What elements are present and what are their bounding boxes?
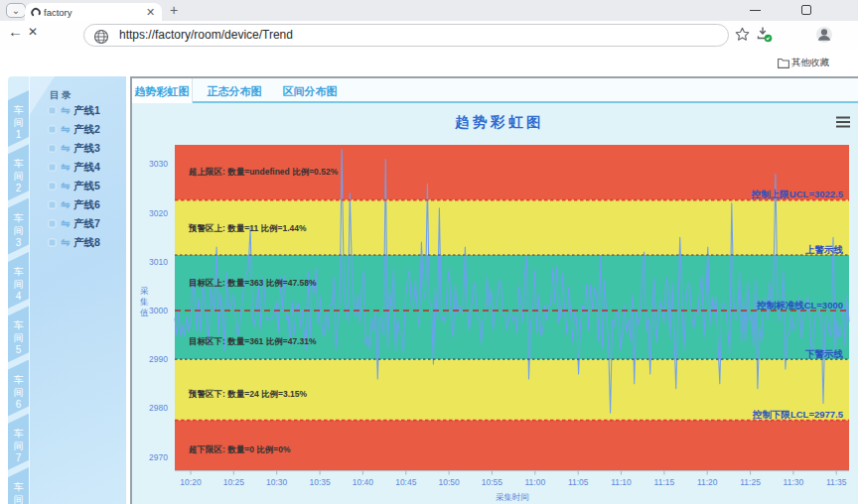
svg-text:11:10: 11:10 (611, 477, 632, 487)
svg-text:预警区下: 数量=24 比例=3.15%: 预警区下: 数量=24 比例=3.15% (188, 389, 307, 399)
svg-text:3000: 3000 (149, 306, 168, 315)
svg-text:2980: 2980 (149, 403, 168, 413)
svg-text:3020: 3020 (149, 208, 168, 218)
svg-text:10:20: 10:20 (180, 477, 202, 487)
svg-text:2970: 2970 (149, 452, 168, 462)
svg-text:11:25: 11:25 (740, 477, 761, 487)
svg-text:10:50: 10:50 (438, 477, 460, 487)
svg-text:11:00: 11:00 (524, 477, 545, 487)
svg-text:上警示线: 上警示线 (804, 244, 844, 255)
svg-text:11:20: 11:20 (697, 477, 718, 487)
svg-text:11:35: 11:35 (826, 477, 847, 487)
svg-text:值: 值 (140, 308, 149, 317)
svg-text:目标区下: 数量=361 比例=47.31%: 目标区下: 数量=361 比例=47.31% (189, 336, 317, 346)
svg-text:控制下限LCL=2977.5: 控制下限LCL=2977.5 (752, 409, 844, 420)
svg-text:10:25: 10:25 (223, 477, 245, 487)
svg-text:11:30: 11:30 (784, 477, 804, 487)
svg-text:2990: 2990 (149, 354, 168, 364)
svg-text:趋势彩虹图: 趋势彩虹图 (454, 114, 544, 130)
svg-text:10:45: 10:45 (395, 477, 417, 487)
svg-text:3010: 3010 (149, 257, 168, 267)
svg-text:下警示线: 下警示线 (804, 348, 844, 359)
svg-text:11:15: 11:15 (654, 477, 675, 487)
svg-text:集: 集 (140, 297, 149, 307)
svg-text:超上限区: 数量=undefined 比例=0.52%: 超上限区: 数量=undefined 比例=0.52% (188, 167, 339, 177)
svg-text:10:30: 10:30 (266, 477, 288, 487)
svg-text:11:05: 11:05 (568, 477, 589, 487)
svg-text:采: 采 (140, 286, 149, 296)
svg-text:目标区上: 数量=363 比例=47.58%: 目标区上: 数量=363 比例=47.58% (189, 278, 317, 288)
svg-text:控制上限UCL=3022.5: 控制上限UCL=3022.5 (751, 189, 844, 199)
svg-text:10:55: 10:55 (482, 477, 503, 487)
svg-text:10:35: 10:35 (309, 477, 331, 487)
svg-text:预警区上: 数量=11 比例=1.44%: 预警区上: 数量=11 比例=1.44% (188, 223, 307, 233)
svg-text:3030: 3030 (149, 159, 168, 169)
svg-text:10:40: 10:40 (353, 477, 374, 487)
svg-text:采集时间: 采集时间 (496, 492, 529, 502)
svg-text:超下限区: 数量=0 比例=0%: 超下限区: 数量=0 比例=0% (188, 444, 291, 454)
svg-text:控制标准线CL=3000: 控制标准线CL=3000 (756, 300, 843, 311)
